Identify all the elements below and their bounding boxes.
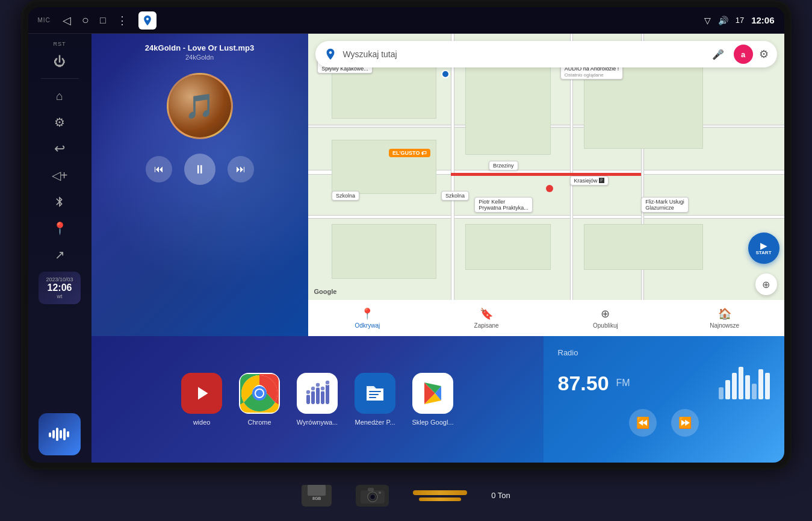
svg-rect-23: [369, 394, 379, 395]
discover-icon: 📍: [361, 307, 374, 320]
status-time: 12:06: [751, 15, 774, 25]
chrome-app-label: Chrome: [247, 419, 271, 426]
radio-controls: ⏪ ⏩: [558, 409, 770, 437]
settings-icon[interactable]: ⚙: [48, 110, 72, 134]
svg-rect-2: [56, 428, 58, 441]
radio-rewind-button[interactable]: ⏪: [629, 409, 657, 437]
app-item-playstore[interactable]: Sklep Googl...: [409, 373, 457, 426]
next-track-button[interactable]: ⏭: [228, 156, 254, 183]
audio-equalizer-button[interactable]: [39, 413, 81, 455]
map-tab-latest[interactable]: 🏠 Najnowsze: [665, 307, 784, 329]
svg-rect-22: [369, 391, 381, 392]
map-user-button[interactable]: a: [734, 45, 753, 64]
recents-nav-icon[interactable]: □: [100, 15, 106, 26]
map-tab-saved[interactable]: 🔖 Zapisane: [427, 307, 546, 329]
poi-szkolna1: Szkolna: [332, 191, 359, 201]
video-app-label: wideo: [193, 419, 211, 426]
right-area: 24kGoldn - Love Or Lust.mp3 24kGoldn 🎵 ⏮…: [91, 34, 784, 463]
latest-label: Najnowsze: [710, 322, 739, 329]
bluetooth-icon[interactable]: [48, 190, 72, 214]
map-block-5: [332, 224, 436, 278]
cable-icon: [413, 490, 467, 501]
home-nav-icon[interactable]: ○: [82, 13, 89, 27]
map-start-button[interactable]: ▶ START: [748, 232, 779, 264]
bar-5: [745, 375, 750, 399]
bar-7: [758, 369, 763, 399]
saved-icon: 🔖: [480, 307, 493, 320]
bar-8: [765, 373, 770, 399]
maps-shortcut-button[interactable]: [138, 11, 157, 30]
ton-item: 0 Ton: [491, 491, 510, 500]
sidebar-back-icon[interactable]: ↩: [48, 137, 72, 161]
map-road-h2: [308, 215, 784, 219]
back-nav-icon[interactable]: ◁: [63, 14, 71, 27]
map-road-v1: [451, 34, 454, 336]
discover-label: Odkrywaj: [355, 322, 380, 329]
map-simulation: Kajaki Krasieńka -Spływy Kajakowe... Dan…: [308, 34, 784, 336]
album-art-image: 🎵: [169, 75, 231, 137]
map-card: Kajaki Krasieńka -Spływy Kajakowe... Dan…: [308, 34, 784, 336]
location-icon[interactable]: 📍: [48, 216, 72, 240]
volume-icon: 🔊: [718, 16, 728, 25]
menu-nav-icon[interactable]: ⋮: [117, 14, 128, 27]
maps-logo-icon: [324, 48, 337, 61]
share-icon[interactable]: ↗: [48, 243, 72, 267]
device-screen: MIC ◁ ○ □ ⋮: [28, 7, 784, 463]
map-settings-button[interactable]: ⚙: [759, 48, 769, 61]
sidebar-time: 12:06: [46, 282, 73, 293]
datetime-box: 2023/10/03 12:06 wt: [39, 272, 80, 304]
app-item-chrome[interactable]: Chrome: [235, 373, 284, 426]
wifi-icon: ▽: [704, 16, 711, 25]
album-art: 🎵: [167, 73, 233, 139]
video-app-icon: [181, 373, 222, 414]
music-title: 24kGoldn - Love Or Lust.mp3: [101, 43, 299, 52]
camera-icon: [356, 485, 389, 507]
rst-label: RST: [54, 41, 66, 47]
sd-card-item: 8GB: [302, 485, 332, 507]
ton-label: 0 Ton: [491, 491, 510, 500]
publish-icon: ⊕: [601, 307, 610, 320]
svg-point-17: [311, 386, 315, 391]
map-block-2: [332, 140, 436, 194]
poi-pin-krasiejow: [546, 185, 553, 192]
app-item-equalizer[interactable]: Wyrównywa...: [293, 373, 341, 426]
map-mic-button[interactable]: 🎤: [708, 45, 728, 64]
radio-signal-bars: [719, 367, 770, 399]
top-row: 24kGoldn - Love Or Lust.mp3 24kGoldn 🎵 ⏮…: [91, 34, 784, 336]
chrome-app-icon: [239, 373, 280, 414]
svg-rect-14: [321, 391, 324, 404]
map-block-7: [584, 224, 703, 269]
bar-2: [725, 380, 730, 399]
radio-forward-button[interactable]: ⏩: [671, 409, 699, 437]
poi-krasiejow: Krasiejów 🅿: [570, 176, 609, 186]
svg-point-35: [379, 491, 381, 494]
power-icon[interactable]: ⏻: [48, 49, 72, 73]
play-pause-button[interactable]: ⏸: [184, 154, 215, 185]
map-location-button[interactable]: ⊕: [755, 273, 777, 295]
bar-4: [739, 367, 743, 399]
map-tab-publish[interactable]: ⊕ Opublikuj: [546, 307, 665, 329]
svg-point-9: [256, 390, 263, 397]
cable-2: [419, 498, 461, 501]
cable-item: [413, 490, 467, 501]
status-right: ▽ 🔊 17 12:06: [704, 15, 775, 25]
svg-rect-24: [369, 397, 376, 398]
mic-label: MIC: [38, 17, 51, 23]
svg-rect-3: [60, 430, 62, 438]
start-arrow-icon: ▶: [760, 242, 767, 250]
apps-card: wideo: [91, 336, 544, 463]
map-search-input[interactable]: Wyszukaj tutaj: [343, 49, 702, 59]
app-item-video[interactable]: wideo: [178, 373, 226, 426]
map-search-bar[interactable]: Wyszukaj tutaj 🎤 a ⚙: [315, 41, 777, 67]
app-item-files[interactable]: Menedżer P...: [351, 373, 399, 426]
camera-item: [356, 485, 389, 507]
date-text: 2023/10/03: [46, 276, 73, 282]
map-tab-discover[interactable]: 📍 Odkrywaj: [308, 307, 427, 329]
bar-1: [719, 387, 724, 399]
prev-track-button[interactable]: ⏮: [146, 156, 172, 183]
sidebar-home-icon[interactable]: ⌂: [48, 84, 72, 108]
volume-down-icon[interactable]: ◁+: [48, 163, 72, 187]
sidebar-divider-1: [41, 78, 79, 79]
cable-1: [413, 490, 467, 495]
saved-label: Zapisane: [474, 322, 499, 329]
